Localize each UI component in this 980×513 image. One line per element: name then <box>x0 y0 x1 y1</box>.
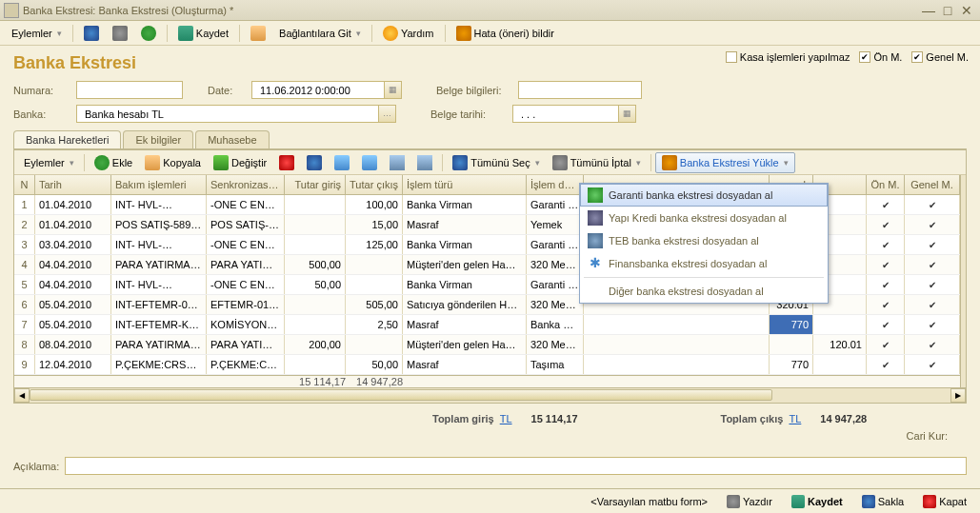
load-statement-button[interactable]: Banka Ekstresi Yükle <box>655 152 795 173</box>
tab-ek-bilgiler[interactable]: Ek bilgiler <box>123 130 193 148</box>
genelm-check[interactable]: ✔Genel M. <box>911 51 969 63</box>
move-down-button[interactable] <box>356 153 383 172</box>
summary: Toplam giriş TL15 114,17 Toplam çıkış TL… <box>13 404 967 430</box>
close-button[interactable]: ✕ <box>957 3 976 18</box>
save-button[interactable]: Kaydet <box>172 24 234 43</box>
tab-banka-hareketleri[interactable]: Banka Hareketleri <box>13 130 121 148</box>
table-row[interactable]: 705.04.2010INT-EFTEMR-KO…KOMİSYON:…2,50M… <box>14 315 960 335</box>
move-up-button[interactable] <box>329 153 355 172</box>
tool-icon-3[interactable] <box>135 24 162 43</box>
footer-save-button[interactable]: Kaydet <box>786 493 849 510</box>
vertical-scrollbar[interactable] <box>960 175 966 387</box>
table-row[interactable]: 808.04.2010PARA YATIRMA5…PARA YATI…200,0… <box>14 335 960 355</box>
top-checks: Kasa işlemleri yapılmaz ✔Ön M. ✔Genel M. <box>726 51 969 63</box>
calendar-icon[interactable]: ▦ <box>384 82 401 98</box>
window-title: Banka Ekstresi: Banka Ekstresi (Oluşturm… <box>23 5 919 16</box>
tool-icon-1[interactable] <box>78 24 105 43</box>
horizontal-scrollbar[interactable]: ◀ ▶ <box>14 387 966 403</box>
app-icon <box>4 3 19 18</box>
minimize-button[interactable]: — <box>919 3 938 18</box>
report-bug-button[interactable]: Hata (öneri) bildir <box>450 24 560 43</box>
store-button[interactable]: Sakla <box>856 493 910 510</box>
scroll-thumb[interactable] <box>30 389 772 401</box>
select-all-button[interactable]: Tümünü Seç <box>447 153 545 172</box>
grid-eylemler-menu[interactable]: Eylemler <box>18 155 80 170</box>
delete-button[interactable] <box>273 153 300 172</box>
banka-input[interactable]: Banka hesabı TL… <box>76 105 396 123</box>
totals-row: 15 114,17 14 947,28 <box>14 375 960 387</box>
add-button[interactable]: Ekle <box>89 153 138 172</box>
sort-desc-button[interactable] <box>411 153 438 172</box>
tabs: Banka Hareketleri Ek bilgiler Muhasebe <box>13 130 967 149</box>
popup-item-diger[interactable]: Diğer banka ekstresi dosyadan al <box>580 280 828 303</box>
belge-bilgi-input[interactable] <box>518 81 642 99</box>
aciklama-input[interactable] <box>65 457 967 475</box>
banka-label: Banka: <box>13 109 70 120</box>
numara-input[interactable] <box>76 81 183 99</box>
tab-muhasebe[interactable]: Muhasebe <box>195 130 269 148</box>
edit-button[interactable]: Değiştir <box>208 153 272 172</box>
belge-bilgi-label: Belge bilgileri: <box>436 85 512 96</box>
grid-toolbar: Eylemler Ekle Kopyala Değiştir Tümünü Se… <box>14 150 966 175</box>
lookup-icon[interactable]: … <box>378 106 395 122</box>
maximize-button[interactable]: □ <box>938 3 957 18</box>
footer: <Varsayılan matbu form> Yazdır Kaydet Sa… <box>0 488 980 513</box>
calendar-icon-2[interactable]: ▦ <box>618 106 635 122</box>
print-button[interactable]: Yazdır <box>721 493 778 510</box>
eylemler-menu[interactable]: Eylemler <box>6 26 68 41</box>
tl-link-2[interactable]: TL <box>789 413 801 424</box>
popup-item-garanti[interactable]: Garanti banka ekstresi dosyadan al <box>580 184 828 207</box>
belge-tarihi-input[interactable]: . . .▦ <box>512 105 636 123</box>
cari-kur-label: Cari Kur: <box>13 430 967 449</box>
copy-button[interactable]: Kopyala <box>139 153 207 172</box>
tool-icon-2[interactable] <box>107 24 133 43</box>
onm-check[interactable]: ✔Ön M. <box>859 51 902 63</box>
titlebar: Banka Ekstresi: Banka Ekstresi (Oluşturm… <box>0 0 980 21</box>
belge-tarihi-label: Belge tarihi: <box>430 109 507 120</box>
tool-icon-4[interactable] <box>245 24 271 43</box>
aciklama-row: Açıklama: <box>0 453 980 483</box>
popup-item-yapikredi[interactable]: Yapı Kredi banka ekstresi dosyadan al <box>580 207 828 229</box>
tool-a[interactable] <box>301 153 328 172</box>
sort-asc-button[interactable] <box>384 153 410 172</box>
numara-label: Numara: <box>13 85 70 96</box>
help-button[interactable]: Yardım <box>377 24 440 43</box>
scroll-left-button[interactable]: ◀ <box>14 388 30 403</box>
main-toolbar: Eylemler Kaydet Bağlantılara Git Yardım … <box>0 21 980 46</box>
load-statement-popup: Garanti banka ekstresi dosyadan al Yapı … <box>579 183 829 304</box>
date-label: Date: <box>208 85 246 96</box>
footer-close-button[interactable]: Kapat <box>917 493 972 510</box>
popup-item-finansbank[interactable]: ✱Finansbanka ekstresi dosyadan al <box>580 252 828 275</box>
form-select[interactable]: <Varsayılan matbu form> <box>585 494 713 509</box>
table-row[interactable]: 912.04.2010P.ÇEKME:CRSG-…P.ÇEKME:C…50,00… <box>14 355 960 375</box>
popup-item-teb[interactable]: TEB banka ekstresi dosyadan al <box>580 229 828 252</box>
date-input[interactable]: 11.06.2012 0:00:00▦ <box>251 81 402 99</box>
scroll-right-button[interactable]: ▶ <box>950 388 966 403</box>
deselect-all-button[interactable]: Tümünü İptal <box>547 153 647 172</box>
aciklama-label: Açıklama: <box>13 461 59 472</box>
tl-link-1[interactable]: TL <box>500 413 512 424</box>
kasa-check[interactable]: Kasa işlemleri yapılmaz <box>726 51 850 63</box>
goto-links-menu[interactable]: Bağlantılara Git <box>273 26 367 41</box>
